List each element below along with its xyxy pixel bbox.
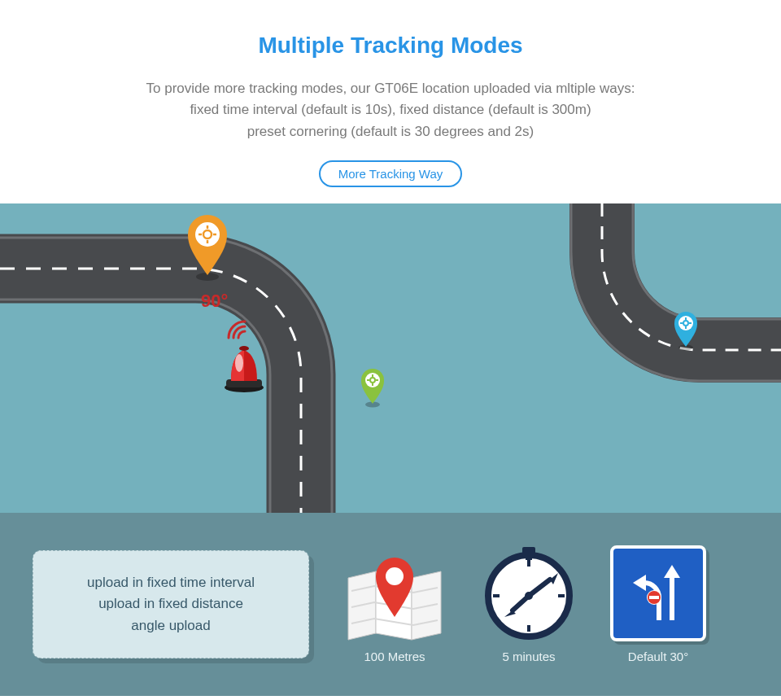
bottom-bar: upload in fixed time interval upload in …	[0, 513, 781, 696]
corner-angle-label: 90°	[201, 291, 228, 312]
more-tracking-button[interactable]: More Tracking Way	[319, 160, 463, 187]
feature-angle-label: Default 30°	[628, 650, 688, 663]
feature-angle: Default 30°	[610, 545, 706, 663]
map-illustration: 90°	[0, 203, 781, 513]
feature-distance: 100 Metres	[342, 545, 447, 663]
page-title: Multiple Tracking Modes	[33, 33, 748, 59]
desc-line-2: fixed time interval (default is 10s), fi…	[190, 102, 591, 117]
desc-line-3: preset cornering (default is 30 degrees …	[247, 124, 534, 139]
feature-time-label: 5 minutes	[502, 650, 555, 663]
map-distance-icon	[342, 545, 447, 641]
map-pin-green-icon	[358, 366, 387, 409]
stopwatch-icon	[480, 545, 578, 641]
card-line-1: upload in fixed time interval	[59, 572, 282, 593]
map-pin-blue-icon	[671, 309, 700, 352]
card-line-2: upload in fixed distance	[59, 593, 282, 615]
svg-rect-47	[649, 596, 659, 599]
page-description: To provide more tracking modes, our GT06…	[57, 78, 724, 142]
card-line-3: angle upload	[59, 615, 282, 637]
map-pin-orange-icon	[183, 212, 232, 283]
info-card: upload in fixed time interval upload in …	[33, 550, 309, 658]
svg-point-3	[239, 346, 249, 351]
svg-point-28	[386, 567, 404, 585]
road-sign-icon	[610, 545, 706, 641]
feature-time: 5 minutes	[480, 545, 578, 663]
signal-waves-icon	[224, 313, 256, 346]
svg-marker-43	[664, 565, 680, 578]
roads-svg	[0, 203, 781, 513]
svg-rect-32	[526, 553, 532, 560]
desc-line-1: To provide more tracking modes, our GT06…	[146, 81, 635, 96]
svg-marker-44	[633, 575, 646, 591]
siren-icon	[220, 342, 268, 394]
feature-distance-label: 100 Metres	[364, 650, 425, 663]
svg-point-2	[235, 354, 243, 372]
